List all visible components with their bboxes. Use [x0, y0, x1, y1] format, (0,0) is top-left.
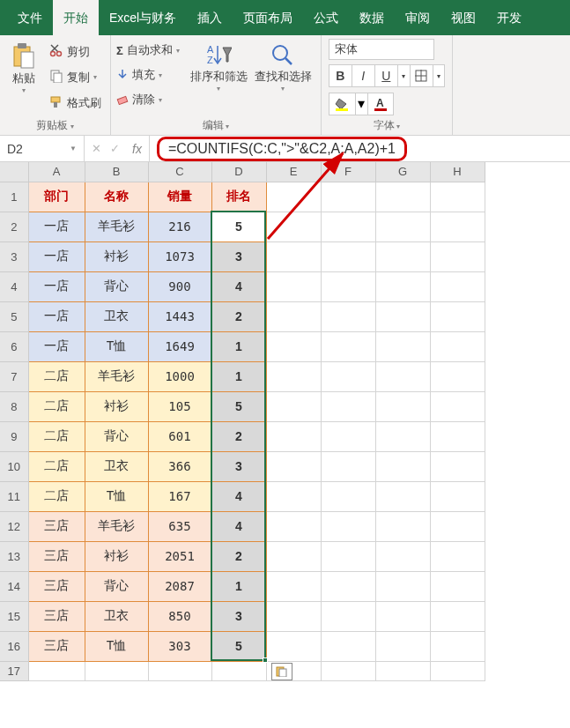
- cell[interactable]: [266, 301, 321, 331]
- cell[interactable]: [321, 301, 375, 331]
- cell[interactable]: [266, 571, 321, 601]
- cell[interactable]: 5: [211, 631, 266, 661]
- cell[interactable]: [375, 301, 430, 331]
- cell[interactable]: 衬衫: [85, 391, 148, 421]
- cell[interactable]: [430, 631, 485, 661]
- cell[interactable]: 1073: [148, 241, 211, 271]
- cell[interactable]: 3: [211, 451, 266, 481]
- cell[interactable]: [375, 451, 430, 481]
- row-header-3[interactable]: 3: [0, 241, 28, 271]
- cell[interactable]: [266, 331, 321, 361]
- cell[interactable]: [321, 661, 375, 680]
- cell[interactable]: [321, 271, 375, 301]
- fill-color-button[interactable]: [329, 93, 355, 115]
- cell[interactable]: [375, 421, 430, 451]
- cell[interactable]: [430, 182, 485, 212]
- row-header-12[interactable]: 12: [0, 511, 28, 541]
- cell[interactable]: [430, 481, 485, 511]
- cell[interactable]: [375, 511, 430, 541]
- cell[interactable]: [321, 631, 375, 661]
- cell[interactable]: [321, 481, 375, 511]
- cell[interactable]: 105: [148, 391, 211, 421]
- cell[interactable]: 羊毛衫: [85, 212, 148, 241]
- cell[interactable]: 背心: [85, 271, 148, 301]
- underline-caret[interactable]: ▾: [397, 64, 410, 87]
- row-header-9[interactable]: 9: [0, 421, 28, 451]
- cell[interactable]: 二店: [28, 421, 85, 451]
- name-box[interactable]: D2 ▼: [0, 136, 85, 161]
- cell[interactable]: 二店: [28, 361, 85, 391]
- menu-tab-7[interactable]: 审阅: [395, 0, 440, 35]
- cell[interactable]: [28, 661, 85, 680]
- row-header-6[interactable]: 6: [0, 331, 28, 361]
- cell[interactable]: 羊毛衫: [85, 511, 148, 541]
- row-header-5[interactable]: 5: [0, 301, 28, 331]
- row-header-14[interactable]: 14: [0, 571, 28, 601]
- row-header-7[interactable]: 7: [0, 361, 28, 391]
- cell[interactable]: 5: [211, 212, 266, 241]
- worksheet-grid[interactable]: ABCDEFGH1部门名称销量排名2一店羊毛衫21653一店衬衫107334一店…: [0, 162, 570, 681]
- cell[interactable]: 2087: [148, 571, 211, 601]
- cell[interactable]: 2051: [148, 541, 211, 571]
- format-painter-button[interactable]: 格式刷: [46, 92, 105, 115]
- cell[interactable]: 二店: [28, 451, 85, 481]
- col-header-C[interactable]: C: [148, 162, 211, 182]
- cell[interactable]: 1: [211, 361, 266, 391]
- cell[interactable]: 一店: [28, 212, 85, 241]
- cell[interactable]: 衬衫: [85, 541, 148, 571]
- cell[interactable]: 背心: [85, 571, 148, 601]
- cell[interactable]: [430, 661, 485, 680]
- row-header-1[interactable]: 1: [0, 182, 28, 212]
- cell[interactable]: 1000: [148, 361, 211, 391]
- menu-tab-3[interactable]: 插入: [187, 0, 233, 35]
- border-caret[interactable]: ▾: [433, 64, 445, 87]
- row-header-13[interactable]: 13: [0, 541, 28, 571]
- menu-tab-8[interactable]: 视图: [440, 0, 486, 35]
- cell[interactable]: [321, 571, 375, 601]
- row-header-2[interactable]: 2: [0, 212, 28, 241]
- copy-button[interactable]: 复制 ▾: [46, 66, 105, 89]
- cell[interactable]: [321, 421, 375, 451]
- cell[interactable]: 2: [211, 541, 266, 571]
- cell[interactable]: 3: [211, 601, 266, 631]
- menu-tab-1[interactable]: 开始: [53, 0, 99, 35]
- cell[interactable]: 850: [148, 601, 211, 631]
- cell[interactable]: 一店: [28, 301, 85, 331]
- table-header[interactable]: 名称: [85, 182, 148, 212]
- italic-button[interactable]: I: [352, 64, 374, 87]
- col-header-H[interactable]: H: [430, 162, 485, 182]
- cell[interactable]: [266, 271, 321, 301]
- col-header-A[interactable]: A: [28, 162, 85, 182]
- cell[interactable]: [321, 212, 375, 241]
- cell[interactable]: [266, 451, 321, 481]
- menu-tab-9[interactable]: 开发: [486, 0, 532, 35]
- menu-tab-2[interactable]: Excel与财务: [99, 0, 187, 35]
- cell[interactable]: [430, 361, 485, 391]
- cell[interactable]: 1649: [148, 331, 211, 361]
- cell[interactable]: [375, 631, 430, 661]
- cell[interactable]: [266, 511, 321, 541]
- cell[interactable]: [266, 631, 321, 661]
- cell[interactable]: [430, 212, 485, 241]
- cell[interactable]: [430, 391, 485, 421]
- cell[interactable]: [266, 361, 321, 391]
- cell[interactable]: T恤: [85, 331, 148, 361]
- cell[interactable]: [266, 481, 321, 511]
- cell[interactable]: 一店: [28, 331, 85, 361]
- col-header-D[interactable]: D: [211, 162, 266, 182]
- cell[interactable]: [375, 361, 430, 391]
- cell[interactable]: 三店: [28, 541, 85, 571]
- cell[interactable]: [321, 541, 375, 571]
- cell[interactable]: [430, 601, 485, 631]
- select-all-corner[interactable]: [0, 162, 28, 182]
- cell[interactable]: [321, 331, 375, 361]
- cell[interactable]: 衬衫: [85, 241, 148, 271]
- cell[interactable]: [430, 511, 485, 541]
- sort-filter-button[interactable]: AZ 排序和筛选 ▾: [187, 39, 251, 116]
- fill-handle[interactable]: [263, 657, 268, 663]
- row-header-16[interactable]: 16: [0, 631, 28, 661]
- cell[interactable]: T恤: [85, 481, 148, 511]
- col-header-E[interactable]: E: [266, 162, 321, 182]
- col-header-G[interactable]: G: [375, 162, 430, 182]
- cell[interactable]: [375, 481, 430, 511]
